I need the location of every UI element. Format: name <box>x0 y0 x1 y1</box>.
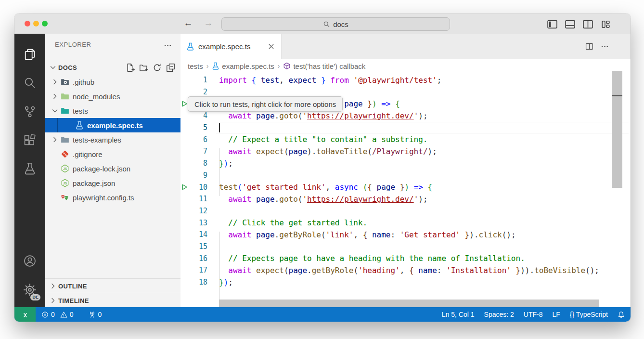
section-header-docs[interactable]: DOCS <box>45 60 180 75</box>
activity-item-extensions[interactable] <box>18 129 41 152</box>
explorer-icon <box>23 48 37 61</box>
line-number: 12 <box>180 207 207 215</box>
code-line-18[interactable]: 18}); <box>180 276 631 288</box>
vertical-scrollbar[interactable] <box>612 71 622 188</box>
status-item-lf[interactable]: LF <box>553 311 560 318</box>
tree-item--gitignore[interactable]: .gitignore <box>45 147 180 161</box>
radio-tower-icon <box>89 311 96 318</box>
activity-item-settings[interactable]: DE <box>18 278 41 301</box>
panel-label: OUTLINE <box>58 283 87 290</box>
traffic-light-zoom[interactable] <box>42 21 48 26</box>
tree-item-label: playwright.config.ts <box>73 194 134 202</box>
ports-status[interactable]: 0 <box>89 311 102 318</box>
new-folder-icon[interactable] <box>139 63 148 72</box>
breadcrumb-separator: › <box>206 62 209 70</box>
collapse-all-icon[interactable] <box>166 63 175 72</box>
explorer-sidebar: EXPLORER DOCS .githubnode_modulestestsex… <box>45 34 181 307</box>
tree-item--github[interactable]: .github <box>45 75 180 89</box>
code-line-7[interactable]: 7 await expect(page).toHaveTitle(/Playwr… <box>180 145 631 157</box>
panel-label: TIMELINE <box>58 297 89 304</box>
node-icon: JS <box>61 164 69 173</box>
chevron-right-icon <box>49 282 57 290</box>
chevron-right-icon <box>49 297 57 304</box>
tree-item-package-json[interactable]: JSpackage.json <box>45 176 180 190</box>
toggle-primary-sidebar-icon[interactable] <box>546 18 558 30</box>
code-line-9[interactable]: 9 <box>180 170 631 182</box>
code-line-11[interactable]: 11 await page.goto('https://playwright.d… <box>180 193 631 205</box>
breadcrumb-label: example.spec.ts <box>222 62 274 70</box>
code-line-8[interactable]: 8}); <box>180 157 631 170</box>
tree-item-node-modules[interactable]: node_modules <box>45 89 180 104</box>
tree-item-package-lock-json[interactable]: JSpackage-lock.json <box>45 161 180 176</box>
code-line-13[interactable]: 13 // Click the get started link. <box>180 217 631 229</box>
activity-item-explorer[interactable] <box>18 43 41 66</box>
code-line-10[interactable]: 10test('get started link', async ({ page… <box>180 181 631 193</box>
forward-arrow-icon[interactable]: → <box>202 17 215 29</box>
toggle-panel-icon[interactable] <box>564 18 576 30</box>
customize-layout-icon[interactable] <box>599 18 612 30</box>
problems-status[interactable]: 0 0 <box>41 311 74 318</box>
line-number: 5 <box>180 123 207 132</box>
horizontal-scrollbar[interactable] <box>219 300 599 307</box>
status-bar: 0 0 0 Ln 5, Col 1Spaces: 2UTF-8LF{} Type… <box>14 307 631 322</box>
traffic-light-minimize[interactable] <box>33 21 39 26</box>
code-line-17[interactable]: 17 await expect(page.getByRole('heading'… <box>180 264 631 276</box>
close-tab-icon[interactable] <box>267 42 275 51</box>
panel-header-outline[interactable]: OUTLINE <box>45 278 180 293</box>
activity-item-source-control[interactable] <box>18 100 41 123</box>
run-tests-tooltip: Click to run tests, right click for more… <box>188 96 343 112</box>
status-item-ln-5-col-1[interactable]: Ln 5, Col 1 <box>442 311 475 318</box>
code-line-6[interactable]: 6 // Expect a title "to contain" a subst… <box>180 133 631 145</box>
breadcrumb-item[interactable]: test('has title') callback <box>283 62 365 70</box>
split-editor-icon[interactable] <box>584 41 594 52</box>
run-test-icon[interactable] <box>181 100 188 107</box>
new-file-icon[interactable] <box>126 63 135 72</box>
line-text: // Click the get started link. <box>207 218 367 227</box>
tree-item-playwright-config-ts[interactable]: playwright.config.ts <box>45 190 180 205</box>
tree-item-tests-examples[interactable]: tests-examples <box>45 132 180 147</box>
line-number: 16 <box>180 254 207 263</box>
overview-ruler-marker <box>612 95 622 96</box>
status-item-typescript[interactable]: {} TypeScript <box>570 311 608 318</box>
folder-tests-icon <box>61 106 69 115</box>
status-item-utf-8[interactable]: UTF-8 <box>524 311 543 318</box>
bell-icon[interactable] <box>618 311 625 318</box>
code-line-14[interactable]: 14 await page.getByRole('link', { name: … <box>180 229 631 241</box>
chevron-right-icon <box>51 92 59 100</box>
back-arrow-icon[interactable]: ← <box>182 17 194 29</box>
breadcrumb-item[interactable]: example.spec.ts <box>212 62 274 70</box>
line-text: await page.getByRole('link', { name: 'Ge… <box>207 230 516 239</box>
run-test-icon[interactable] <box>181 183 188 191</box>
status-item-spaces-2[interactable]: Spaces: 2 <box>484 311 514 318</box>
ports-count: 0 <box>98 311 102 318</box>
line-text: await expect(page).toHaveTitle(/Playwrig… <box>207 147 437 156</box>
activity-item-testing[interactable] <box>18 157 41 180</box>
editor-more-actions-icon[interactable] <box>599 41 610 52</box>
breadcrumb-item[interactable]: tests <box>188 62 203 70</box>
traffic-light-close[interactable] <box>25 21 30 26</box>
tab-example-spec-ts[interactable]: example.spec.ts <box>180 34 282 59</box>
tree-item-example-spec-ts[interactable]: example.spec.ts <box>45 118 180 132</box>
folder-plain-icon <box>61 135 69 144</box>
line-text: await page.goto('https://playwright.dev/… <box>207 111 428 120</box>
code-line-12[interactable]: 12 <box>180 205 631 217</box>
refresh-icon[interactable] <box>153 63 162 72</box>
code-line-5[interactable]: 5 <box>180 122 631 134</box>
panel-header-timeline[interactable]: TIMELINE <box>45 293 180 308</box>
activity-item-search[interactable] <box>18 71 41 94</box>
code-line-1[interactable]: 1import { test, expect } from '@playwrig… <box>180 74 631 86</box>
activity-item-accounts[interactable] <box>18 249 41 273</box>
remote-indicator[interactable] <box>14 307 36 322</box>
command-center-search[interactable]: docs <box>221 17 450 31</box>
line-text: await page.goto('https://playwright.dev/… <box>207 195 428 204</box>
explorer-more-actions-icon[interactable] <box>162 40 173 51</box>
tree-item-tests[interactable]: tests <box>45 104 180 118</box>
code-line-16[interactable]: 16 // Expects page to have a heading wit… <box>180 252 631 264</box>
breadcrumb-label: test('has title') callback <box>293 62 365 70</box>
breadcrumb-label: tests <box>188 62 203 70</box>
editor-group: example.spec.ts tests›example.spec.ts›te… <box>180 34 631 307</box>
vscode-window: ← → docs DE EXPLORER DOCS .githubnode_mo… <box>14 13 631 322</box>
search-icon <box>23 76 37 90</box>
toggle-secondary-sidebar-icon[interactable] <box>581 18 594 30</box>
code-line-15[interactable]: 15 <box>180 241 631 253</box>
